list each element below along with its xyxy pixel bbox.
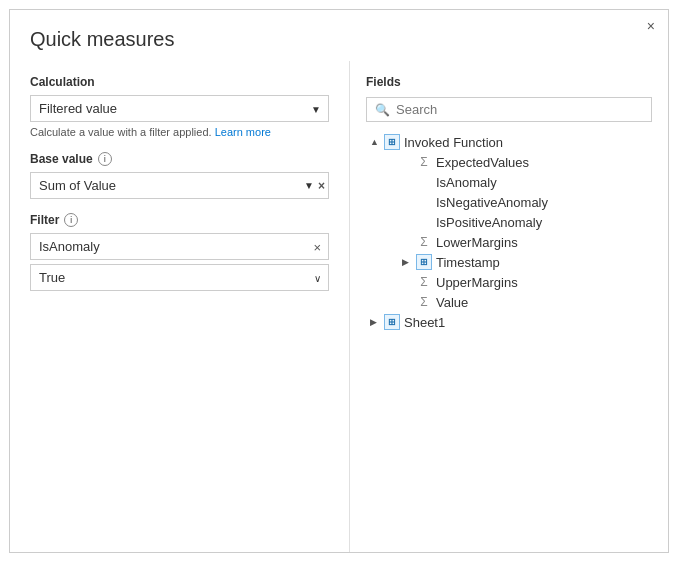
table-icon-sheet1: ⊞ (384, 314, 400, 330)
tree-item-uppermargins[interactable]: Σ UpperMargins (366, 272, 652, 292)
base-value-clear-icon[interactable]: × (318, 179, 325, 193)
ispositiveanomaly-label: IsPositiveAnomaly (436, 215, 542, 230)
base-value-wrapper: ▼ × (30, 172, 329, 199)
dialog-body: Calculation Filtered value Sum Average C… (10, 61, 668, 552)
lowermargins-label: LowerMargins (436, 235, 518, 250)
isanomaly-label: IsAnomaly (436, 175, 497, 190)
filter-value-select[interactable]: True False (30, 264, 329, 291)
base-value-input[interactable] (30, 172, 329, 199)
filter-field-clear-icon[interactable]: × (313, 239, 321, 254)
filter-info-icon: i (64, 213, 78, 227)
tree-item-sheet1[interactable]: ▶ ⊞ Sheet1 (366, 312, 652, 332)
expand-timestamp-icon: ▶ (402, 257, 416, 267)
expand-sheet1-icon: ▶ (370, 317, 384, 327)
fields-label: Fields (366, 75, 652, 89)
base-value-controls: ▼ × (304, 179, 325, 193)
tree-item-expectedvalues[interactable]: Σ ExpectedValues (366, 152, 652, 172)
tree-item-ispositiveanomaly[interactable]: IsPositiveAnomaly (366, 212, 652, 232)
table-icon-invoked-function: ⊞ (384, 134, 400, 150)
sigma-icon-uppermargins: Σ (416, 274, 432, 290)
calculation-label: Calculation (30, 75, 329, 89)
fields-tree: ▲ ⊞ Invoked Function Σ ExpectedValues Is… (366, 132, 652, 538)
tree-item-timestamp[interactable]: ▶ ⊞ Timestamp (366, 252, 652, 272)
uppermargins-label: UpperMargins (436, 275, 518, 290)
filter-value-wrapper: True False ∨ (30, 264, 329, 291)
value-label: Value (436, 295, 468, 310)
calculation-select[interactable]: Filtered value Sum Average Count (30, 95, 329, 122)
invoked-function-label: Invoked Function (404, 135, 503, 150)
quick-measures-dialog: × Quick measures Calculation Filtered va… (9, 9, 669, 553)
learn-more-link[interactable]: Learn more (215, 126, 271, 138)
sheet1-label: Sheet1 (404, 315, 445, 330)
right-panel: Fields 🔍 ▲ ⊞ Invoked Function Σ Expected… (350, 61, 668, 552)
calc-hint: Calculate a value with a filter applied.… (30, 126, 329, 138)
left-panel: Calculation Filtered value Sum Average C… (10, 61, 350, 552)
tree-item-value[interactable]: Σ Value (366, 292, 652, 312)
isnegativeanomaly-label: IsNegativeAnomaly (436, 195, 548, 210)
no-icon-isanomaly (416, 174, 432, 190)
expectedvalues-label: ExpectedValues (436, 155, 529, 170)
tree-item-invoked-function[interactable]: ▲ ⊞ Invoked Function (366, 132, 652, 152)
tree-item-isanomaly[interactable]: IsAnomaly (366, 172, 652, 192)
base-value-info-icon: i (98, 152, 112, 166)
tree-item-isnegativeanomaly[interactable]: IsNegativeAnomaly (366, 192, 652, 212)
dialog-title: Quick measures (10, 10, 668, 61)
sigma-icon-expectedvalues: Σ (416, 154, 432, 170)
search-box: 🔍 (366, 97, 652, 122)
base-value-label: Base value i (30, 152, 329, 166)
no-icon-isnegativeanomaly (416, 194, 432, 210)
tree-item-lowermargins[interactable]: Σ LowerMargins (366, 232, 652, 252)
filter-field-input[interactable] (30, 233, 329, 260)
calculation-select-wrapper: Filtered value Sum Average Count ▼ (30, 95, 329, 122)
search-icon: 🔍 (375, 103, 390, 117)
close-button[interactable]: × (642, 16, 660, 36)
timestamp-label: Timestamp (436, 255, 500, 270)
filter-field-wrapper: × (30, 233, 329, 260)
sigma-icon-value: Σ (416, 294, 432, 310)
filter-label: Filter i (30, 213, 329, 227)
table-icon-timestamp: ⊞ (416, 254, 432, 270)
base-value-dropdown-icon[interactable]: ▼ (304, 180, 314, 191)
sigma-icon-lowermargins: Σ (416, 234, 432, 250)
no-icon-ispositiveanomaly (416, 214, 432, 230)
search-input[interactable] (396, 102, 643, 117)
expand-invoked-function-icon: ▲ (370, 137, 384, 147)
